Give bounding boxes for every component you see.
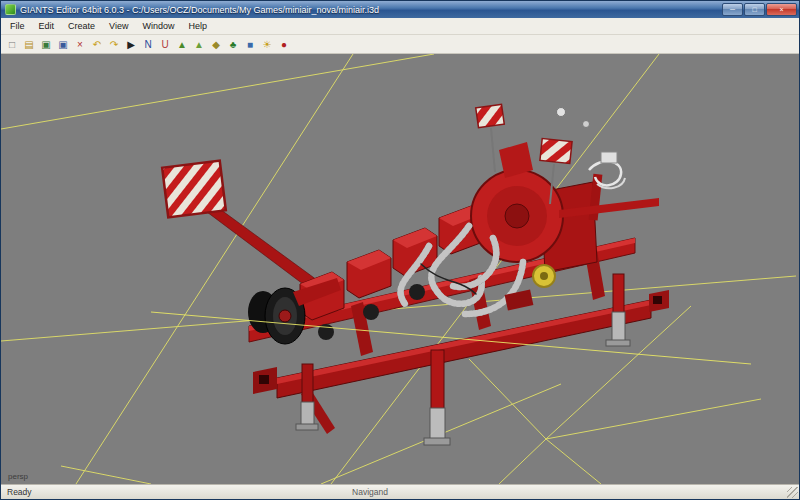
window-controls: ─ □ × [721,3,797,16]
terrain-paint-icon[interactable]: ◆ [208,36,224,52]
Window[interactable]: Window [135,19,181,33]
warning-sign-top-left [476,104,505,127]
toolbar: □ ▤ ▣ ▣ × ↶ ↷ ▶ N U ▲ ▲ ◆ ♣ ■ ☀ [1,35,799,54]
3d-scene [1,54,799,484]
work-lamp [583,121,590,128]
File[interactable]: File [3,19,32,33]
camera-label: persp [8,472,28,481]
snap-icon[interactable]: N [140,36,156,52]
app-icon [5,4,16,15]
redo-icon[interactable]: ↷ [106,36,122,52]
Create[interactable]: Create [61,19,102,33]
undo-icon[interactable]: ↶ [89,36,105,52]
light-icon[interactable]: ☀ [259,36,275,52]
Help[interactable]: Help [181,19,214,33]
foliage-paint-icon[interactable]: ♣ [225,36,241,52]
support-legs [296,274,630,445]
save-icon[interactable]: ▣ [38,36,54,52]
viewport-3d[interactable]: persp [1,54,799,484]
seeder-model[interactable] [162,104,669,445]
warning-sign-top-right [540,138,572,163]
warning-sign-left [162,161,226,218]
View[interactable]: View [102,19,135,33]
menu-bar: File Edit Create View Window Help [1,18,799,35]
giants-editor-window: GIANTS Editor 64bit 6.0.3 - C:/Users/OCZ… [0,0,800,500]
minimize-button[interactable]: ─ [722,3,743,16]
status-message: Navigand [352,487,388,497]
terrain-raise-icon[interactable]: ▲ [174,36,190,52]
maximize-button[interactable]: □ [744,3,765,16]
terrain-smooth-icon[interactable]: ▲ [191,36,207,52]
export-icon[interactable]: ▣ [55,36,71,52]
status-ready: Ready [7,487,32,497]
delete-icon[interactable]: × [72,36,88,52]
open-file-icon[interactable]: ▤ [21,36,37,52]
title-bar[interactable]: GIANTS Editor 64bit 6.0.3 - C:/Users/OCZ… [1,1,799,18]
close-button[interactable]: × [766,3,797,16]
status-bar: Ready Navigand [1,484,799,499]
infolayer-icon[interactable]: ■ [242,36,258,52]
window-title: GIANTS Editor 64bit 6.0.3 - C:/Users/OCZ… [20,5,721,15]
Edit[interactable]: Edit [32,19,62,33]
play-icon[interactable]: ▶ [123,36,139,52]
new-file-icon[interactable]: □ [4,36,20,52]
fan-housing [471,142,597,272]
work-lamp [557,108,566,117]
resize-grip[interactable] [787,487,798,498]
magnet-icon[interactable]: U [157,36,173,52]
material-icon[interactable]: ● [276,36,292,52]
marker-arm-left [207,204,317,290]
